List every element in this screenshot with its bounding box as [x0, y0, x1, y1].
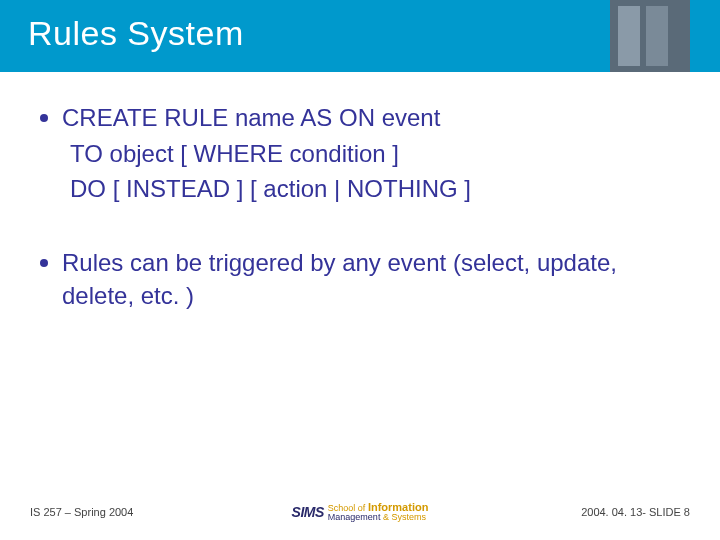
logo-systems: & Systems	[383, 512, 426, 522]
bullet-icon	[40, 259, 48, 267]
title-bar: Rules System	[0, 0, 720, 72]
bullet-item: CREATE RULE name AS ON event	[40, 102, 680, 134]
slide-title: Rules System	[28, 14, 244, 53]
slide-content: CREATE RULE name AS ON event TO object […	[0, 72, 720, 312]
title-decorative-image	[610, 0, 690, 72]
slide: Rules System CREATE RULE name AS ON even…	[0, 0, 720, 540]
bullet-icon	[40, 114, 48, 122]
logo-management: Management	[328, 512, 381, 522]
footer-logo: SIMS School of Information Management & …	[250, 502, 470, 522]
footer-right: 2004. 04. 13- SLIDE 8	[470, 506, 690, 518]
footer-left: IS 257 – Spring 2004	[30, 506, 250, 518]
bullet-subline: TO object [ WHERE condition ]	[40, 138, 680, 170]
bullet-item: Rules can be triggered by any event (sel…	[40, 247, 680, 312]
footer: IS 257 – Spring 2004 SIMS School of Info…	[0, 502, 720, 522]
bullet-text: CREATE RULE name AS ON event	[62, 102, 680, 134]
logo-subtext: School of Information Management & Syste…	[328, 502, 429, 522]
bullet-subline: DO [ INSTEAD ] [ action | NOTHING ]	[40, 173, 680, 205]
logo-text: SIMS	[292, 504, 324, 520]
spacer	[40, 207, 680, 247]
bullet-text: Rules can be triggered by any event (sel…	[62, 247, 680, 312]
